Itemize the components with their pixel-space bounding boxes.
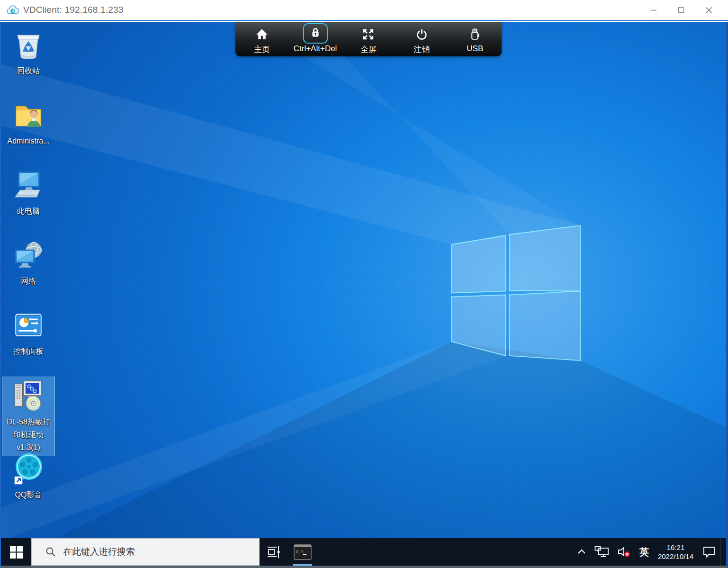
ctrl-alt-del-button[interactable]: Ctrl+Alt+Del bbox=[291, 22, 340, 56]
windows-start-icon bbox=[10, 546, 23, 559]
icon-label: 控制面板 bbox=[2, 345, 55, 358]
desktop-icon-recycle-bin[interactable]: 回收站 bbox=[2, 27, 55, 77]
input-language-indicator[interactable]: 英 bbox=[635, 538, 653, 566]
network-places-icon bbox=[11, 238, 46, 272]
system-tray: 英 16:21 2022/10/14 bbox=[573, 538, 726, 566]
desktop-icon-qq-player[interactable]: QQ影音 bbox=[2, 451, 55, 501]
volume-tray-button[interactable] bbox=[613, 538, 635, 566]
usb-button[interactable]: USB bbox=[450, 22, 500, 56]
home-button[interactable]: 主页 bbox=[237, 22, 287, 56]
volume-muted-icon bbox=[617, 545, 631, 559]
start-button[interactable] bbox=[1, 538, 31, 566]
logout-label: 注销 bbox=[413, 44, 430, 55]
icon-label-line: DL-58热敏打 bbox=[2, 415, 54, 428]
ethernet-network-icon bbox=[594, 546, 610, 558]
focus-ring bbox=[303, 23, 328, 44]
usb-icon bbox=[468, 28, 481, 41]
titlebar: d VDClient: 192.168.1.233 bbox=[0, 0, 728, 21]
desktop-icon-dl58-printer-driver[interactable]: DL-58热敏打 印机驱动 v1.3(1) bbox=[2, 377, 55, 456]
maximize-button[interactable] bbox=[667, 0, 695, 20]
clock-date: 2022/10/14 bbox=[658, 552, 693, 561]
command-prompt-taskbar-button[interactable]: C:\ bbox=[287, 538, 318, 566]
installer-icon bbox=[10, 378, 46, 412]
window-title: VDClient: 192.168.1.233 bbox=[23, 5, 124, 15]
vdclient-window: d VDClient: 192.168.1.233 bbox=[0, 0, 728, 568]
remote-desktop: 主页 Ctrl+Alt+Del bbox=[0, 22, 728, 568]
icon-label: 网络 bbox=[2, 275, 55, 288]
user-folder-icon bbox=[11, 98, 46, 132]
close-button[interactable] bbox=[695, 0, 722, 20]
task-view-button[interactable] bbox=[260, 538, 287, 566]
search-input[interactable] bbox=[63, 547, 243, 557]
taskbar-clock[interactable]: 16:21 2022/10/14 bbox=[653, 538, 698, 566]
chevron-up-icon bbox=[576, 547, 587, 557]
fullscreen-icon bbox=[362, 28, 375, 41]
fullscreen-button[interactable]: 全屏 bbox=[344, 22, 393, 56]
icon-label-line: 印机驱动 bbox=[2, 428, 54, 441]
icon-label: QQ影音 bbox=[2, 489, 55, 501]
show-desktop-button[interactable] bbox=[720, 538, 723, 566]
logout-button[interactable]: 注销 bbox=[397, 22, 446, 56]
tray-overflow-button[interactable] bbox=[573, 538, 591, 566]
home-icon bbox=[255, 27, 269, 41]
clock-time: 16:21 bbox=[658, 543, 693, 552]
vdclient-cloud-icon: d bbox=[6, 5, 19, 16]
lock-icon bbox=[309, 26, 322, 39]
home-label: 主页 bbox=[254, 44, 270, 55]
recycle-bin-icon bbox=[11, 27, 46, 62]
icon-label: 此电脑 bbox=[2, 205, 55, 217]
power-icon bbox=[415, 28, 428, 41]
taskbar-search[interactable] bbox=[31, 538, 260, 566]
desktop-icon-this-pc[interactable]: 此电脑 bbox=[2, 168, 55, 217]
network-tray-button[interactable] bbox=[591, 538, 613, 566]
search-icon bbox=[45, 546, 56, 558]
desktop-icon-control-panel[interactable]: 控制面板 bbox=[2, 308, 55, 358]
taskbar: C:\ bbox=[1, 538, 726, 566]
minimize-button[interactable] bbox=[640, 0, 667, 20]
action-center-button[interactable] bbox=[698, 538, 720, 566]
control-panel-icon bbox=[11, 308, 46, 342]
ctrl-alt-del-label: Ctrl+Alt+Del bbox=[294, 44, 337, 54]
icon-label: Administra... bbox=[2, 135, 55, 147]
qq-player-icon bbox=[11, 451, 46, 486]
this-pc-icon bbox=[11, 168, 46, 202]
task-view-icon bbox=[266, 545, 280, 559]
action-center-icon bbox=[702, 545, 716, 559]
usb-label: USB bbox=[467, 44, 483, 54]
icon-label: 回收站 bbox=[2, 65, 55, 77]
running-app-indicator bbox=[293, 564, 312, 566]
command-prompt-icon: C:\ bbox=[294, 544, 312, 560]
fullscreen-label: 全屏 bbox=[360, 44, 377, 55]
windows-wallpaper bbox=[1, 22, 726, 566]
session-toolbar: 主页 Ctrl+Alt+Del bbox=[235, 22, 502, 56]
svg-text:d: d bbox=[12, 9, 14, 13]
windows-logo bbox=[451, 225, 580, 361]
svg-text:C:\: C:\ bbox=[296, 550, 304, 555]
desktop-icon-network[interactable]: 网络 bbox=[2, 238, 55, 288]
desktop-icon-administrator[interactable]: Administra... bbox=[2, 98, 55, 147]
